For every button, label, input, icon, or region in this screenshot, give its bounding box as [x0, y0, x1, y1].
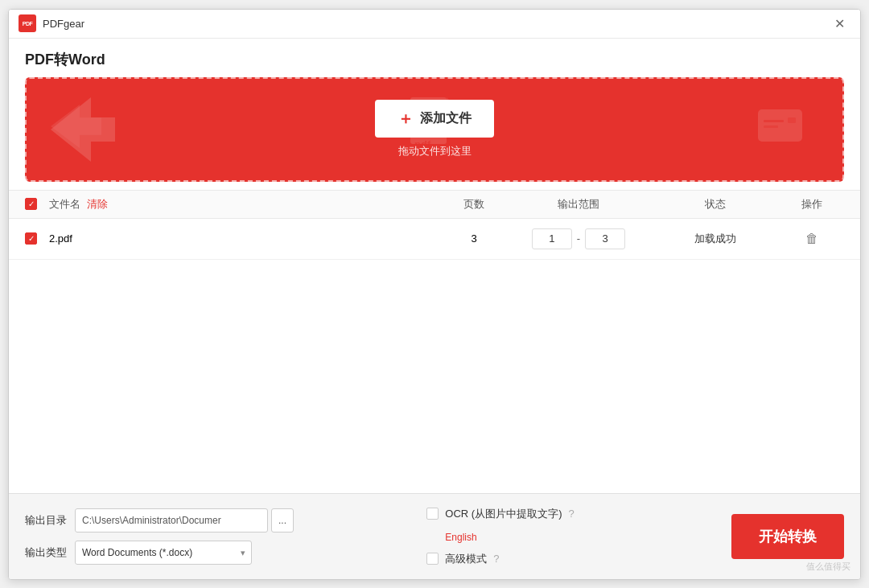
header-name-col: 文件名 清除 [49, 197, 442, 212]
bg-card-icon [754, 97, 818, 162]
drop-zone[interactable]: pdf ＋ 添加文件 拖动文件到这里 [25, 77, 844, 182]
app-logo: PDF [19, 14, 36, 32]
titlebar: PDF PDFgear ✕ [9, 10, 860, 39]
header-range-col: 输出范围 [506, 197, 651, 212]
ocr-lang-link[interactable]: English [445, 532, 476, 543]
status-label: 加载成功 [694, 232, 736, 245]
advanced-label: 高级模式 [445, 552, 487, 566]
browse-button[interactable]: ... [271, 508, 294, 532]
app-window: PDF PDFgear ✕ PDF转Word pdf [8, 9, 861, 580]
output-type-label: 输出类型 [25, 545, 67, 560]
header-check-col: ✓ [25, 198, 49, 210]
row-status: 加载成功 [651, 232, 780, 246]
drag-hint: 拖动文件到这里 [398, 144, 472, 158]
output-type-select-wrap: Word Documents (*.docx) Rich Text Format… [75, 541, 252, 565]
bottom-left: 输出目录 ... 输出类型 Word Documents (*.docx) Ri… [25, 508, 294, 565]
svg-rect-7 [758, 109, 802, 142]
ocr-help-icon[interactable]: ? [568, 508, 574, 520]
svg-rect-8 [764, 120, 784, 122]
file-table-section: ✓ 文件名 清除 页数 输出范围 状态 操作 ✓ 2.pdf 3 [9, 190, 860, 493]
svg-rect-9 [764, 125, 778, 128]
delete-row-button[interactable]: 🗑 [801, 230, 823, 248]
range-to-input[interactable] [585, 228, 625, 249]
output-dir-row: 输出目录 ... [25, 508, 294, 532]
add-file-label: 添加文件 [420, 110, 472, 127]
bottom-bar: 输出目录 ... 输出类型 Word Documents (*.docx) Ri… [9, 493, 860, 579]
row-filename: 2.pdf [49, 232, 442, 245]
row-action: 🗑 [780, 230, 844, 248]
output-type-select[interactable]: Word Documents (*.docx) Rich Text Format… [75, 541, 252, 565]
header-pages-col: 页数 [442, 197, 506, 212]
filename-label: 2.pdf [49, 232, 72, 245]
clear-button[interactable]: 清除 [87, 197, 108, 212]
row-checkbox[interactable]: ✓ [25, 232, 37, 245]
ocr-checkbox[interactable] [426, 508, 439, 520]
header-status-col: 状态 [651, 197, 780, 212]
bg-arrow-icon [51, 97, 115, 162]
svg-marker-0 [51, 97, 115, 162]
range-separator: - [577, 232, 580, 245]
output-dir-label: 输出目录 [25, 513, 67, 528]
table-body: ✓ 2.pdf 3 - 加载成功 🗑 [9, 219, 860, 493]
table-header: ✓ 文件名 清除 页数 输出范围 状态 操作 [9, 191, 860, 219]
svg-marker-1 [51, 105, 101, 148]
ocr-label: OCR (从图片中提取文字) [445, 507, 562, 521]
output-dir-input[interactable] [75, 508, 268, 532]
output-type-row: 输出类型 Word Documents (*.docx) Rich Text F… [25, 541, 294, 565]
ocr-lang-row: English [426, 529, 574, 544]
select-all-checkbox[interactable]: ✓ [25, 198, 37, 210]
row-check-col: ✓ [25, 232, 49, 245]
header-action-col: 操作 [780, 197, 844, 212]
advanced-checkbox[interactable] [426, 553, 439, 565]
table-row: ✓ 2.pdf 3 - 加载成功 🗑 [9, 219, 860, 260]
add-file-button[interactable]: ＋ 添加文件 [375, 100, 494, 138]
bottom-right-options: OCR (从图片中提取文字) ? English 高级模式 ? [426, 507, 574, 566]
start-convert-button[interactable]: 开始转换 [731, 514, 844, 559]
path-input-wrap: ... [75, 508, 294, 532]
close-button[interactable]: ✕ [828, 12, 850, 35]
row-range: - [506, 228, 651, 249]
plus-icon: ＋ [397, 108, 414, 130]
advanced-option-row: 高级模式 ? [426, 552, 574, 566]
app-title: PDFgear [43, 18, 828, 30]
svg-rect-10 [788, 117, 796, 123]
page-title-bar: PDF转Word [9, 39, 860, 77]
row-pages: 3 [442, 232, 506, 245]
advanced-help-icon[interactable]: ? [493, 553, 499, 565]
range-from-input[interactable] [532, 228, 572, 249]
col-name-label: 文件名 [49, 197, 80, 212]
page-title: PDF转Word [25, 51, 105, 68]
ocr-option-row: OCR (从图片中提取文字) ? [426, 507, 574, 521]
